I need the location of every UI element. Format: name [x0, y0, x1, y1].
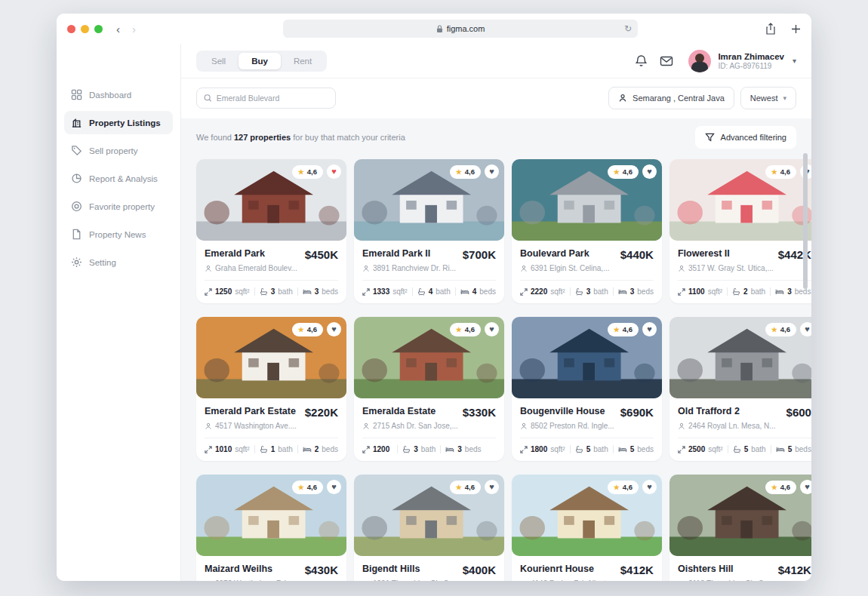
gear-icon [71, 257, 82, 268]
property-card[interactable]: ★ 4,6 ♥ Emerald Park [196, 317, 346, 461]
sidebar-item-report-analysis[interactable]: Report & Analysis [64, 167, 173, 190]
expand-arrows-icon [520, 446, 528, 453]
avatar [688, 50, 711, 72]
zoom-window-button[interactable] [94, 25, 103, 33]
favorite-heart-button[interactable]: ♥ [485, 480, 499, 494]
dashboard-icon [71, 89, 82, 100]
property-card[interactable]: ★ 4,6 ♥ Kourienrt Hou [512, 475, 662, 581]
bath-icon [575, 445, 583, 453]
favorite-heart-button[interactable]: ♥ [327, 322, 341, 336]
browser-forward-button[interactable]: › [132, 23, 136, 35]
star-icon: ★ [298, 326, 304, 333]
scrollbar-thumb[interactable] [803, 153, 808, 289]
property-address: 3891 Ranchview Dr. Ri... [373, 264, 456, 272]
property-photo: ★ 4,6 ♥ [354, 317, 504, 398]
notifications-bell-icon[interactable] [635, 54, 648, 68]
advanced-filtering-button[interactable]: Advanced filtering [695, 126, 796, 149]
bed-icon [775, 287, 784, 296]
profile-menu[interactable]: Imran Zhimacev ID: AG-8976119 ▾ [688, 50, 796, 72]
property-card[interactable]: ★ 4,6 ♥ Maizard Weilh [196, 475, 346, 581]
building-icon [71, 117, 82, 128]
heart-icon: ♥ [647, 483, 652, 491]
person-pin-icon [618, 94, 627, 103]
search-box [196, 88, 336, 109]
expand-arrows-icon [205, 288, 212, 296]
property-card[interactable]: ★ 4,6 ♥ Flowerest II [669, 159, 811, 303]
heart-icon: ♥ [805, 325, 810, 333]
favorite-heart-button[interactable]: ♥ [642, 480, 657, 494]
property-photo: ★ 4,6 ♥ [512, 159, 662, 241]
bed-icon [445, 445, 454, 453]
property-title: Bougenville House [520, 406, 605, 416]
property-stats: 1200 3bath [362, 445, 496, 453]
close-window-button[interactable] [67, 25, 75, 33]
person-pin-icon [678, 265, 685, 272]
divider [362, 438, 496, 438]
property-title: Flowerest II [678, 248, 730, 259]
favorite-heart-button[interactable]: ♥ [327, 164, 341, 179]
sidebar-item-sell-property[interactable]: Sell property [64, 139, 173, 162]
bath-stat: 2bath [732, 287, 765, 296]
property-stats: 1250sqft² 3bath [205, 287, 338, 296]
messages-envelope-icon[interactable] [660, 55, 673, 67]
property-card[interactable]: ★ 4,6 ♥ Oishters Hill [669, 475, 811, 581]
favorite-heart-button[interactable]: ♥ [485, 164, 499, 179]
tab-sell[interactable]: Sell [199, 53, 239, 69]
lock-icon [436, 25, 443, 33]
person-pin-icon [362, 265, 370, 272]
favorite-heart-button[interactable]: ♥ [800, 480, 811, 494]
property-price: $412K [620, 564, 654, 576]
sidebar-item-dashboard[interactable]: Dashboard [64, 83, 173, 106]
expand-arrows-icon [678, 288, 685, 296]
person-pin-icon [205, 265, 212, 272]
user-name: Imran Zhimacev [718, 51, 784, 63]
divider [520, 438, 654, 438]
property-card[interactable]: ★ 4,6 ♥ Old Trafford [669, 317, 811, 461]
reload-icon[interactable]: ↻ [624, 23, 632, 34]
advanced-filtering-label: Advanced filtering [721, 133, 786, 142]
property-card[interactable]: ★ 4,6 ♥ Bigendt Hills [354, 475, 504, 581]
property-card[interactable]: ★ 4,6 ♥ Emeralda Esta [354, 317, 504, 461]
browser-back-button[interactable]: ‹ [116, 23, 120, 35]
property-photo: ★ 4,6 ♥ [196, 475, 346, 556]
property-card-grid: ★ 4,6 ♥ Emerald Park [181, 158, 811, 581]
favorite-heart-button[interactable]: ♥ [642, 322, 657, 336]
search-input[interactable] [217, 94, 328, 103]
chevron-down-icon: ▾ [793, 57, 796, 65]
share-icon[interactable] [765, 23, 776, 35]
location-filter-button[interactable]: Semarang , Central Java [608, 87, 734, 109]
minimize-window-button[interactable] [81, 25, 89, 33]
favorite-heart-button[interactable]: ♥ [800, 322, 811, 336]
divider [205, 438, 338, 438]
sidebar-item-label: Dashboard [89, 91, 131, 100]
tab-buy[interactable]: Buy [239, 53, 281, 69]
property-card[interactable]: ★ 4,6 ♥ Bougenville H [512, 317, 662, 461]
person-pin-icon [520, 422, 528, 430]
sidebar-item-favorite-property[interactable]: Favorite property [64, 195, 173, 218]
bed-icon [303, 287, 312, 296]
bath-stat: 3bath [260, 287, 293, 296]
property-title: Maizard Weilhs [205, 564, 272, 574]
tab-rent[interactable]: Rent [281, 53, 325, 69]
expand-arrows-icon [678, 446, 685, 453]
sidebar-item-setting[interactable]: Setting [64, 250, 173, 274]
new-tab-icon[interactable] [791, 24, 801, 34]
property-card[interactable]: ★ 4,6 ♥ Emerald Park [354, 159, 504, 303]
property-photo: ★ 4,6 ♥ [669, 475, 811, 556]
sidebar-item-property-listings[interactable]: Property Listings [64, 111, 173, 134]
favorite-heart-button[interactable]: ♥ [485, 322, 499, 336]
area-stat: 1100sqft² [678, 287, 722, 296]
sort-dropdown[interactable]: Newest ▾ [740, 87, 796, 109]
area-stat: 2220sqft² [520, 287, 565, 296]
property-price: $690K [620, 406, 654, 419]
star-icon: ★ [771, 326, 777, 333]
property-title: Emerald Park Estate [205, 406, 296, 416]
sidebar-item-property-news[interactable]: Property News [64, 223, 173, 246]
favorite-heart-button[interactable]: ♥ [327, 480, 341, 494]
property-title: Old Trafford 2 [678, 406, 740, 416]
favorite-heart-button[interactable]: ♥ [642, 164, 657, 179]
property-stats: 2220sqft² 3bath [520, 287, 654, 296]
property-card[interactable]: ★ 4,6 ♥ Emerald Park [196, 159, 346, 303]
property-card[interactable]: ★ 4,6 ♥ Boulevard Par [512, 159, 662, 303]
address-bar[interactable]: figma.com ↻ [283, 20, 638, 38]
